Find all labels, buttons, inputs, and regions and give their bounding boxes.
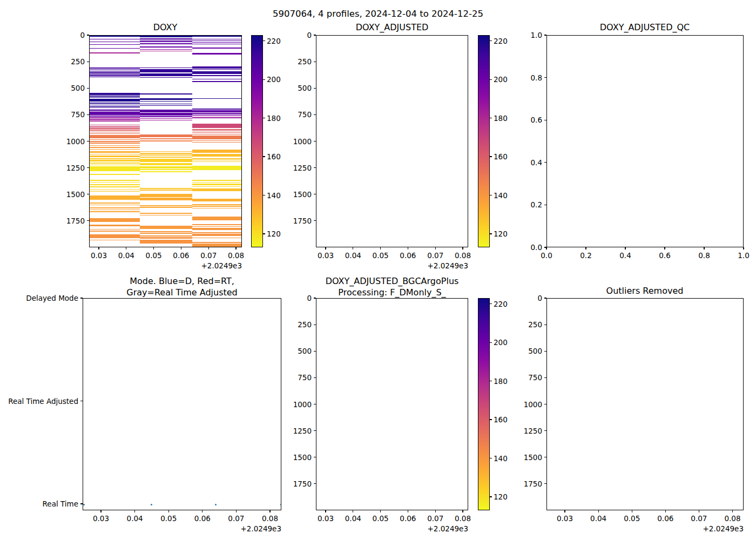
x-tick-mark — [235, 247, 236, 249]
y-tick-mark — [314, 351, 316, 352]
x-tick-mark — [208, 247, 209, 249]
colorbar-tick-label: 200 — [494, 75, 508, 84]
x-tick-label: 0.07 — [228, 514, 244, 523]
figure: 5907064, 4 profiles, 2024-12-04 to 2024-… — [0, 0, 756, 540]
doxy-adjusted-plot-area — [316, 35, 468, 247]
y-tick-mark — [314, 220, 316, 221]
doxy-segment — [90, 147, 140, 148]
doxy-segment — [140, 215, 192, 216]
doxy-segment — [90, 73, 140, 75]
colorbar-tick-mark — [263, 79, 265, 80]
x-tick-mark — [98, 247, 99, 249]
y-tick-mark — [544, 35, 546, 35]
doxy-segment — [90, 240, 140, 241]
y-tick-label: 1500 — [524, 453, 542, 462]
colorbar-tick-mark — [263, 118, 265, 118]
colorbar-tick-label: 220 — [267, 37, 281, 45]
y-tick-mark — [544, 430, 546, 431]
colorbar-tick-mark — [490, 40, 492, 41]
doxy-segment — [90, 105, 140, 106]
x-tick-label: 0.0 — [541, 251, 552, 260]
doxy-segment — [140, 98, 192, 100]
doxy-segment — [140, 138, 192, 139]
x-tick-mark — [353, 510, 353, 512]
doxy-segment — [140, 154, 192, 156]
y-tick-label: 250 — [298, 320, 312, 329]
x-tick-mark — [699, 510, 699, 512]
y-tick-mark — [80, 503, 83, 504]
x-tick-label: 0.04 — [345, 251, 361, 260]
y-tick-label: 500 — [71, 84, 85, 92]
doxy-segment — [192, 206, 242, 207]
doxy-segment — [140, 116, 192, 117]
y-tick-mark — [314, 325, 316, 325]
doxy-segment — [140, 69, 192, 72]
y-tick-mark — [87, 167, 89, 168]
y-tick-mark — [544, 457, 546, 457]
doxy-segment — [192, 224, 242, 225]
doxy-segment — [90, 94, 140, 95]
doxy-segment — [140, 101, 192, 102]
y-tick-mark — [544, 205, 546, 205]
colorbar-tick-label: 180 — [267, 114, 281, 123]
y-tick-mark — [87, 88, 89, 89]
doxy-segment — [140, 169, 192, 170]
x-tick-label: 0.03 — [557, 514, 573, 523]
doxy-segment — [90, 96, 140, 97]
y-tick-mark — [544, 377, 546, 378]
x-tick-label: 0.05 — [160, 514, 177, 523]
doxy-segment — [140, 113, 192, 116]
y-tick-mark — [314, 377, 316, 378]
doxy-segment — [192, 131, 242, 132]
y-tick-label: 1.0 — [531, 31, 542, 39]
doxy-segment — [90, 68, 140, 69]
doxy-segment — [192, 68, 242, 69]
figure-suptitle: 5907064, 4 profiles, 2024-12-04 to 2024-… — [273, 9, 483, 19]
doxy-segment — [90, 44, 140, 45]
doxy-segment — [192, 208, 242, 209]
doxy-segment — [90, 132, 140, 133]
x-tick-mark — [435, 510, 436, 512]
x-tick-mark — [325, 510, 326, 512]
doxy-segment — [192, 242, 242, 243]
doxy-segment — [90, 106, 140, 107]
doxy-segment — [192, 232, 242, 233]
mode-data-point — [280, 504, 281, 505]
y-tick-mark — [544, 351, 546, 352]
doxy-segment — [192, 158, 242, 159]
y-tick-label: 1750 — [293, 480, 312, 488]
x-tick-label: 0.04 — [118, 251, 134, 260]
doxy-segment — [90, 97, 140, 98]
doxy-segment — [90, 71, 140, 72]
x-tick-label: 0.07 — [200, 251, 217, 260]
doxy-segment — [192, 81, 242, 82]
doxy-segment — [192, 39, 242, 40]
y-tick-mark — [314, 404, 316, 404]
y-tick-label: 0 — [307, 294, 312, 302]
y-tick-mark — [87, 220, 89, 221]
x-tick-label: 1.0 — [738, 251, 749, 260]
colorbar-tick-label: 180 — [494, 377, 508, 386]
y-tick-label: 1000 — [293, 400, 312, 409]
doxy-segment — [90, 163, 140, 164]
doxy-segment — [192, 238, 242, 239]
doxy-segment — [90, 109, 140, 110]
y-tick-label: 1500 — [66, 190, 85, 199]
panel-doxy-adjusted-qc-title: DOXY_ADJUSTED_QC — [600, 22, 690, 33]
x-tick-mark — [134, 510, 135, 512]
doxy-segment — [192, 134, 242, 135]
doxy-segment — [140, 140, 192, 142]
doxy-segment — [90, 180, 140, 181]
doxy-segment — [192, 109, 242, 110]
doxy-segment — [90, 195, 140, 199]
doxy-segment — [192, 186, 242, 187]
doxy-segment — [140, 235, 192, 237]
doxy-segment — [90, 207, 140, 208]
colorbar-tick-mark — [490, 419, 492, 420]
doxy-segment — [90, 154, 140, 155]
colorbar-tick-mark — [263, 195, 265, 195]
doxy-segment — [90, 234, 140, 238]
panel-doxy-adjusted-title: DOXY_ADJUSTED — [356, 22, 429, 33]
y-tick-label: 750 — [298, 373, 312, 382]
y-tick-label: 0.4 — [531, 158, 542, 167]
